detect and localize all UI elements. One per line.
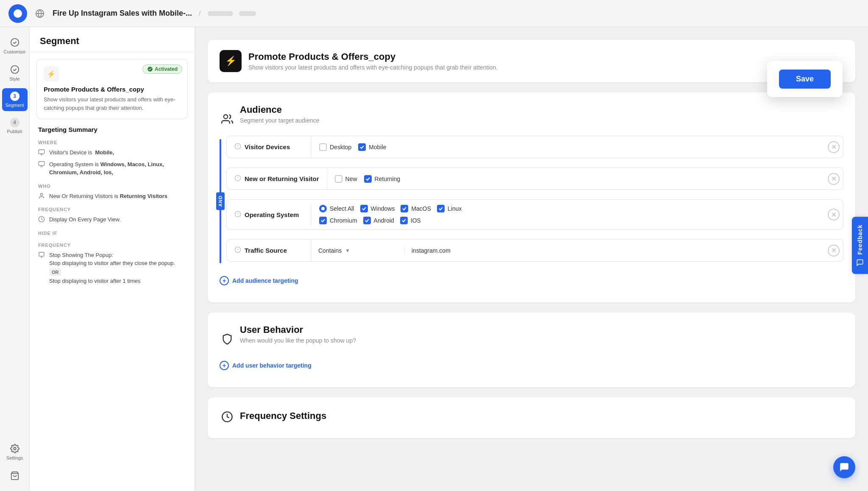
delete-traffic: ✕ (824, 245, 843, 257)
sidebar-item-segment[interactable]: 3 Segment (2, 88, 28, 111)
style-check-icon (10, 64, 20, 75)
info-icon-4 (234, 246, 241, 254)
feedback-icon (856, 259, 864, 267)
audience-icon (220, 112, 235, 127)
segment-badge: 3 (10, 92, 19, 101)
linux-option[interactable]: Linux (437, 205, 462, 212)
card-title: Promote Products & Offers_copy (44, 86, 181, 93)
summary-item-os: Operating System is Windows, Macos, Linu… (38, 160, 186, 177)
desktop-checkbox[interactable] (319, 143, 327, 151)
traffic-source-label: Traffic Source (227, 240, 312, 261)
audience-subtitle: Segment your target audience (240, 117, 320, 124)
campaign-lightning-icon: ⚡ (220, 50, 242, 72)
hide-if-label: Hide if (38, 231, 186, 236)
summary-item-hide: Stop Showing The Popup:Stop displaying t… (38, 251, 186, 285)
lightning-icon: ⚡ (44, 66, 59, 81)
new-returning-options: New Returning (327, 169, 824, 189)
new-option[interactable]: New (335, 175, 357, 183)
visitor-devices-row: Visitor Devices Desktop Mob (226, 136, 843, 158)
select-all-option[interactable]: Select All (319, 205, 354, 212)
delete-new-returning: ✕ (824, 173, 843, 185)
card-desc: Show visitors your latest products and o… (44, 95, 181, 112)
mobile-option[interactable]: Mobile (358, 143, 386, 151)
android-option[interactable]: Android (363, 217, 394, 224)
traffic-value-input[interactable] (405, 242, 824, 259)
sidebar-item-customize[interactable]: Customize (2, 34, 28, 58)
macos-checkbox[interactable] (401, 205, 408, 212)
monitor-icon (38, 149, 46, 156)
save-button[interactable]: Save (779, 70, 831, 89)
content-area: Save ⚡ Promote Products & Offers_copy Sh… (195, 27, 868, 491)
svg-point-0 (14, 9, 22, 18)
targeting-title: Targeting Summary (38, 126, 186, 133)
chromium-checkbox[interactable] (319, 217, 327, 224)
chevron-down-icon: ▼ (345, 248, 350, 254)
operating-system-row: Operating System Select All (226, 199, 843, 230)
sidebar-item-publish[interactable]: 4 Publish (2, 114, 28, 137)
sidebar-header: Segment (30, 27, 195, 52)
feedback-tab[interactable]: Feedback (852, 217, 868, 274)
campaign-subtitle: Show visitors your latest products and o… (248, 64, 498, 71)
delete-os-button[interactable]: ✕ (828, 209, 840, 220)
ios-checkbox[interactable] (400, 217, 408, 224)
person-icon (38, 192, 46, 200)
svg-point-3 (11, 39, 18, 46)
windows-option[interactable]: Windows (360, 205, 395, 212)
sidebar-item-settings[interactable]: Settings (2, 440, 28, 464)
traffic-condition-select[interactable]: Contains ▼ (312, 247, 405, 254)
new-checkbox[interactable] (335, 175, 342, 183)
svg-rect-15 (39, 252, 44, 256)
ios-option[interactable]: IOS (400, 217, 421, 224)
save-overlay: Save (767, 61, 843, 97)
who-text: New Or Returning Visitors is Returning V… (49, 192, 167, 201)
new-returning-label: New or Returning Visitor (227, 168, 327, 190)
app-logo[interactable] (8, 4, 27, 23)
delete-new-returning-button[interactable]: ✕ (828, 173, 840, 185)
returning-checkbox[interactable] (364, 175, 372, 183)
campaign-title: Promote Products & Offers_copy (248, 51, 498, 62)
monitor-icon-2 (38, 161, 46, 168)
hide-text: Stop Showing The Popup:Stop displaying t… (49, 251, 175, 285)
frequency-label: FREQUENCY (38, 207, 186, 212)
user-behavior-subtitle: When would you like the popup to show up… (240, 337, 356, 344)
returning-option[interactable]: Returning (364, 175, 401, 183)
clock-icon (38, 216, 46, 223)
who-label: WHO (38, 184, 186, 189)
chromium-option[interactable]: Chromium (319, 217, 357, 224)
behavior-icon (220, 332, 235, 347)
add-audience-targeting[interactable]: + Add audience targeting (220, 271, 843, 290)
android-checkbox[interactable] (363, 217, 371, 224)
info-icon-3 (234, 211, 241, 219)
summary-item-who: New Or Returning Visitors is Returning V… (38, 192, 186, 201)
select-all-radio[interactable] (319, 205, 327, 212)
mobile-checkbox[interactable] (358, 143, 366, 151)
where-os-text: Operating System is Windows, Macos, Linu… (49, 160, 186, 177)
popup-icon (38, 251, 46, 259)
add-user-behavior-targeting[interactable]: + Add user behavior targeting (220, 356, 843, 375)
audience-title: Audience (240, 104, 320, 115)
chat-icon (839, 462, 850, 473)
frequency-icon (220, 409, 235, 424)
shopping-bag-icon (10, 471, 20, 481)
or-badge: OR (49, 268, 61, 276)
svg-point-4 (11, 66, 18, 73)
user-behavior-title: User Behavior (240, 324, 356, 335)
user-behavior-section: User Behavior When would you like the po… (208, 312, 855, 387)
chat-button[interactable] (833, 456, 855, 478)
campaign-card: Activated ⚡ Promote Products & Offers_co… (36, 59, 188, 119)
left-nav: Customize Style 3 Segment 4 Publish Sett… (0, 27, 30, 491)
hide-freq-label: FREQUENCY (38, 243, 186, 248)
linux-checkbox[interactable] (437, 205, 445, 212)
sidebar-item-shop[interactable] (2, 467, 28, 484)
audience-section: Audience Segment your target audience AN… (208, 92, 855, 302)
svg-point-5 (14, 447, 16, 450)
macos-option[interactable]: MacOS (401, 205, 431, 212)
delete-visitor-devices-button[interactable]: ✕ (828, 141, 840, 153)
svg-point-13 (40, 193, 42, 195)
windows-checkbox[interactable] (360, 205, 368, 212)
operating-system-label: Operating System (227, 204, 312, 226)
desktop-option[interactable]: Desktop (319, 143, 351, 151)
delete-traffic-button[interactable]: ✕ (828, 245, 840, 257)
sidebar: Segment Activated ⚡ Promote Products & O… (30, 27, 195, 491)
sidebar-item-style[interactable]: Style (2, 61, 28, 85)
